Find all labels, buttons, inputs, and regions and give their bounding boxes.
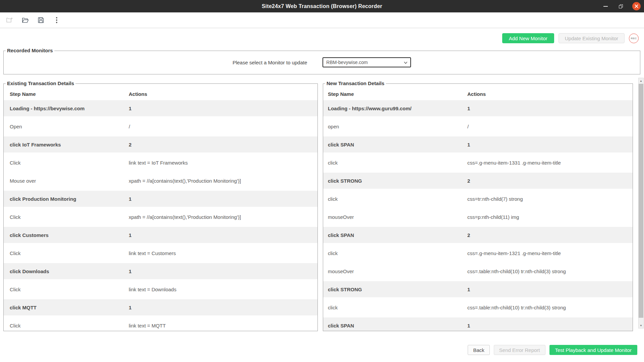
action-cell: 1 [129, 268, 317, 274]
action-cell: 1 [129, 232, 317, 238]
step-name-cell: click [328, 160, 467, 166]
test-playback-update-button[interactable]: Test Playback and Update Monitor [549, 345, 637, 355]
step-name-cell: click IoT Frameworks [10, 142, 129, 147]
action-cell: link text = Customers [129, 250, 317, 256]
table-row[interactable]: clickcss=.table:nth-child(10) tr:nth-chi… [323, 298, 633, 316]
actions-header: Actions [129, 91, 317, 97]
action-cell: css=p:nth-child(11) img [467, 214, 633, 220]
close-icon [635, 4, 638, 8]
table-row[interactable]: mouseOvercss=.table:nth-child(10) tr:nth… [323, 262, 633, 280]
step-name-cell: mouseOver [328, 268, 467, 274]
step-name-cell: Loading - https://bevywise.com [10, 106, 129, 111]
send-error-report-button[interactable]: Send Error Report [494, 345, 545, 355]
action-cell: 2 [129, 142, 317, 147]
table-row[interactable]: click STRONG2 [323, 172, 633, 190]
scroll-up-icon[interactable]: ▲ [639, 78, 643, 83]
step-name-cell: click SPAN [328, 232, 467, 238]
transaction-panels: Existing Transaction Details Step Name A… [3, 80, 633, 331]
new-monitor-button[interactable] [5, 16, 14, 24]
table-row[interactable]: click SPAN1 [323, 135, 633, 154]
action-cell: link text = MQTT [129, 323, 317, 328]
table-row[interactable]: mouseOvercss=p:nth-child(11) img [323, 208, 633, 226]
action-cell: 1 [467, 142, 633, 147]
actions-header: Actions [467, 91, 633, 97]
table-row[interactable]: Loading - https://bevywise.com1 [4, 99, 317, 117]
action-cell: / [129, 124, 317, 129]
table-row[interactable]: click SPAN1 [323, 316, 633, 331]
new-monitor-icon [5, 16, 13, 24]
table-row[interactable]: Clickxpath = //a[contains(text(),'Produc… [4, 208, 317, 226]
action-cell: 1 [129, 106, 317, 111]
step-name-cell: click Production Monitoring [10, 196, 129, 202]
table-row[interactable]: click IoT Frameworks2 [4, 135, 317, 154]
step-name-cell: Click [10, 214, 129, 220]
toolbar [0, 12, 644, 28]
step-name-cell: Loading - https://www.guru99.com/ [328, 106, 467, 111]
action-cell: 1 [129, 196, 317, 202]
table-row[interactable]: Clicklink text = Downloads [4, 280, 317, 298]
step-name-cell: click Downloads [10, 268, 129, 274]
scrollbar-thumb[interactable] [639, 84, 643, 318]
monitor-actions: Add New Monitor Update Existing Monitor … [502, 33, 639, 43]
table-row[interactable]: click STRONG1 [323, 280, 633, 298]
table-row[interactable]: Clicklink text = IoT Frameworks [4, 154, 317, 172]
step-name-cell: click MQTT [10, 305, 129, 310]
back-button[interactable]: Back [468, 345, 489, 355]
action-cell: 1 [129, 305, 317, 310]
close-button[interactable] [632, 2, 641, 10]
action-cell: css=.table:nth-child(10) tr:nth-child(3)… [467, 305, 633, 310]
action-cell: 1 [467, 323, 633, 328]
update-existing-monitor-button[interactable]: Update Existing Monitor [559, 33, 625, 43]
table-row[interactable]: click Downloads1 [4, 262, 317, 280]
table-row[interactable]: click SPAN2 [323, 226, 633, 244]
save-icon [37, 16, 45, 24]
new-transaction-table: Loading - https://www.guru99.com/1open/c… [323, 99, 633, 331]
monitor-select[interactable]: RBM-bevywise.com [323, 57, 411, 67]
footer-actions: Back Send Error Report Test Playback and… [468, 345, 637, 355]
step-name-cell: Click [10, 160, 129, 166]
table-row[interactable]: Clicklink text = MQTT [4, 316, 317, 331]
table-row[interactable]: click Customers1 [4, 226, 317, 244]
window-title: Site24x7 Web Transaction (Browser) Recor… [262, 3, 383, 9]
titlebar: Site24x7 Web Transaction (Browser) Recor… [0, 0, 644, 12]
step-name-cell: Click [10, 250, 129, 256]
action-cell: 1 [467, 287, 633, 292]
step-name-cell: click [328, 305, 467, 310]
step-name-cell: click SPAN [328, 323, 467, 328]
step-name-cell: click SPAN [328, 142, 467, 147]
step-name-header: Step Name [328, 91, 467, 97]
scroll-down-icon[interactable]: ▼ [639, 323, 643, 328]
more-options-button[interactable] [52, 16, 61, 24]
table-header: Step Name Actions [323, 86, 633, 99]
restore-button[interactable] [617, 2, 625, 10]
recorded-monitors-section: Recorded Monitors Please select a Monito… [3, 48, 640, 74]
window-controls [601, 0, 641, 12]
table-row[interactable]: Open/ [4, 117, 317, 135]
table-row[interactable]: Loading - https://www.guru99.com/1 [323, 99, 633, 117]
existing-transaction-table: Loading - https://bevywise.com1Open/clic… [4, 99, 317, 331]
step-name-cell: click STRONG [328, 178, 467, 184]
step-name-cell: mouseOver [328, 214, 467, 220]
table-row[interactable]: Mouse overxpath = //a[contains(text(),'P… [4, 172, 317, 190]
table-row[interactable]: open/ [323, 117, 633, 135]
step-name-cell: click STRONG [328, 287, 467, 292]
save-button[interactable] [37, 16, 45, 24]
existing-transaction-panel: Existing Transaction Details Step Name A… [3, 80, 318, 331]
table-row[interactable]: clickcss=.g-menu-item-1331 .g-menu-item-… [323, 154, 633, 172]
table-row[interactable]: Clicklink text = Customers [4, 244, 317, 262]
open-file-button[interactable] [21, 16, 30, 24]
action-cell: css=.g-menu-item-1321 .g-menu-item-title [467, 250, 633, 256]
action-cell: xpath = //a[contains(text(),'Production … [129, 178, 317, 184]
step-name-cell: Click [10, 323, 129, 328]
table-row[interactable]: click Production Monitoring1 [4, 190, 317, 208]
add-new-monitor-button[interactable]: Add New Monitor [502, 33, 554, 43]
new-transaction-legend: New Transaction Details [325, 80, 386, 86]
table-row[interactable]: click MQTT1 [4, 298, 317, 316]
minimize-icon [603, 6, 608, 7]
step-name-header: Step Name [10, 91, 129, 97]
table-row[interactable]: clickcss=.g-menu-item-1321 .g-menu-item-… [323, 244, 633, 262]
table-row[interactable]: clickcss=tr:nth-child(7) strong [323, 190, 633, 208]
more-options-icon [56, 16, 58, 24]
minimize-button[interactable] [601, 2, 609, 10]
vertical-scrollbar[interactable]: ▲ ▼ [638, 78, 644, 328]
